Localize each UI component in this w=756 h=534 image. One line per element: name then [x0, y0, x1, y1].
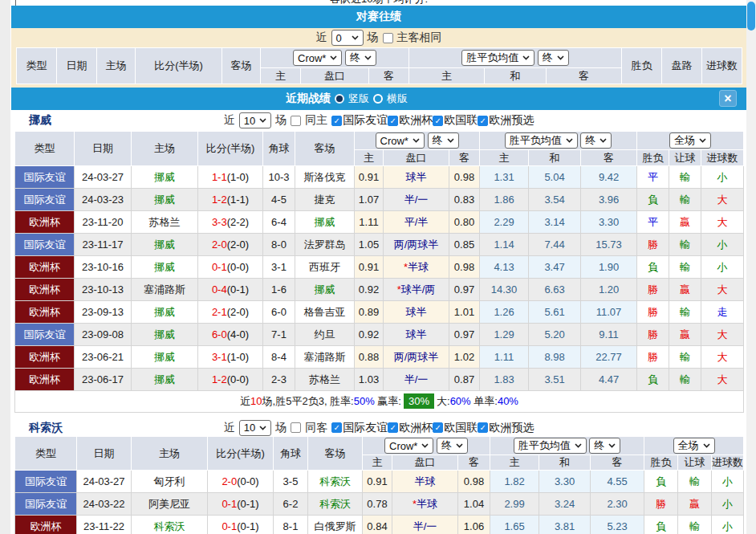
league-filter[interactable]: ✓国际友谊 — [331, 421, 388, 435]
match-row: 欧洲杯23-11-20苏格兰3-3(2-2)6-4挪威1.11平/半0.802.… — [15, 211, 744, 234]
final-select[interactable]: 终 — [437, 438, 468, 454]
company-select[interactable]: Crow* — [384, 438, 433, 454]
league-filter[interactable]: ✓欧洲杯 — [388, 421, 433, 435]
handicap: 平/半 — [384, 211, 449, 234]
away-team: 西班牙 — [295, 256, 355, 279]
final2-select[interactable]: 终 — [580, 132, 612, 149]
sub-home-odds: 主 — [363, 455, 392, 471]
popup-screen: 客队近10场平均评分: 对赛往绩 近 0 场 主客相同 — [0, 0, 756, 534]
section-gap — [11, 413, 746, 419]
home-odds: 0.91 — [355, 166, 384, 189]
odds-group: Crow* 终 — [363, 437, 490, 455]
avg-select[interactable]: 胜平负均值 — [514, 438, 587, 454]
close-button[interactable]: × — [719, 90, 737, 107]
h2h-final-select[interactable]: 终 — [345, 50, 376, 66]
h2h-near-select[interactable]: 0 — [331, 30, 364, 46]
h2h-title: 对赛往绩 — [356, 10, 401, 24]
home-team: 挪威 — [132, 256, 198, 279]
away-odds: 0.83 — [449, 189, 480, 211]
away-odds: 1.06 — [458, 516, 490, 534]
radio-vertical-label[interactable]: 竖版 — [348, 92, 369, 106]
norway-near-select[interactable]: 10 — [239, 112, 271, 128]
halftime-score: (0-0) — [227, 261, 249, 273]
same-home-checkbox[interactable] — [291, 116, 301, 126]
h2h-company-select[interactable]: Crow* — [293, 50, 342, 66]
league-filter[interactable]: ✓国际友谊 — [331, 113, 388, 128]
sub-handicap-result: 让球 — [669, 150, 701, 166]
col-home: 主场 — [132, 132, 198, 166]
match-date: 23-09-13 — [75, 301, 132, 324]
norway-table: 类型 日期 主场 比分(半场) 角球 客场 Crow* 终 胜平负均值 终 — [14, 131, 744, 413]
games-label: 场 — [275, 113, 287, 128]
result-goals: 大 — [701, 189, 744, 211]
radio-horizontal-label[interactable]: 横版 — [387, 92, 408, 106]
league-badge-label: 国际友谊 — [15, 166, 74, 188]
result-outcome: 勝 — [637, 324, 669, 346]
sub-winlose: 胜负 — [644, 455, 678, 471]
popup-content: 客队近10场平均评分: 对赛往绩 近 0 场 主客相同 — [11, 0, 746, 534]
handicap: 半/一 — [384, 369, 449, 391]
handicap-text: 半/一 — [404, 194, 429, 206]
close-icon: × — [724, 92, 731, 106]
chevron-down-icon — [557, 55, 564, 60]
avg-select[interactable]: 胜平负均值 — [505, 132, 578, 149]
match-row: 欧洲杯23-06-17挪威1-2(0-0)2-3苏格兰1.03半/一0.871.… — [15, 369, 744, 391]
avg-lose: 4.55 — [591, 471, 644, 493]
checkbox-checked-icon: ✓ — [433, 422, 443, 433]
kosovo-table: 类型 日期 主场 比分(半场) 角球 客场 Crow* 终 胜平负均值 终 — [14, 436, 744, 534]
final2-value: 终 — [585, 133, 595, 148]
near-label: 近 — [316, 31, 327, 45]
company-select[interactable]: Crow* — [376, 132, 425, 149]
sub-goals: 进球数 — [712, 455, 744, 471]
match-row: 国际友谊24-03-22阿美尼亚0-1(0-1)6-2科索沃0.78*半球1.0… — [15, 493, 744, 516]
league-filter[interactable]: ✓欧国联 — [433, 421, 478, 435]
checkbox-checked-icon: ✓ — [388, 422, 398, 433]
match-row: 欧洲杯23-06-21挪威3-1(1-0)8-4塞浦路斯0.88两/两球半1.0… — [15, 346, 744, 369]
result-outcome: 勝 — [637, 301, 669, 324]
radio-vertical-selected-icon[interactable] — [335, 94, 344, 104]
final-select[interactable]: 终 — [428, 132, 459, 149]
scrollbar-thumb[interactable] — [747, 2, 755, 31]
chevron-down-icon — [330, 55, 337, 60]
col-goals: 进球数 — [702, 48, 742, 84]
final2-select[interactable]: 终 — [589, 438, 620, 454]
sub-winlose: 胜负 — [637, 150, 669, 166]
summary-segment: 大: — [437, 395, 450, 407]
col-handicap-trend: 盘路 — [662, 48, 702, 84]
final-value: 终 — [441, 438, 452, 453]
avg-lose: 4.47 — [581, 369, 637, 391]
result-outcome: 平 — [637, 166, 669, 189]
chevron-down-icon — [456, 443, 463, 448]
league-filter[interactable]: ✓欧国联 — [433, 113, 478, 128]
h2h-final2-select[interactable]: 终 — [538, 50, 569, 66]
section-kosovo: 科索沃 近 10 场 同客 ✓国际友谊✓欧洲杯✓欧国联✓欧洲预选 — [11, 419, 746, 534]
same-home-away-checkbox[interactable] — [383, 33, 393, 43]
handicap: *半球 — [392, 493, 458, 516]
col-away: 客场 — [308, 437, 363, 471]
home-team: 挪威 — [132, 301, 198, 324]
chevron-down-icon — [421, 443, 429, 448]
summary-text: 近10场,胜5平2负3, 胜率:50% 赢率:30%大:60% 单率:40% — [15, 391, 744, 413]
league-filter[interactable]: ✓欧洲杯 — [388, 113, 433, 128]
corner-count: 10-3 — [263, 166, 295, 189]
scope-select[interactable]: 全场 — [669, 132, 711, 149]
league-filter[interactable]: ✓欧洲预选 — [478, 421, 534, 435]
league-badge-label: 欧洲杯 — [15, 301, 74, 323]
h2h-avg-select[interactable]: 胜平负均值 — [461, 50, 534, 66]
away-odds: 0.97 — [449, 279, 480, 301]
kosovo-near-select[interactable]: 10 — [239, 420, 271, 436]
radio-horizontal-icon[interactable] — [373, 94, 383, 104]
scope-select[interactable]: 全场 — [673, 438, 715, 454]
handicap-text: 球半 — [406, 328, 427, 340]
match-date: 23-10-16 — [75, 256, 132, 279]
col-home: 主场 — [97, 48, 136, 84]
league-filter[interactable]: ✓欧洲预选 — [478, 113, 534, 128]
halftime-score: (0-1) — [237, 498, 258, 510]
league-filter-label: 国际友谊 — [343, 113, 388, 128]
handicap-text: 半球 — [415, 475, 436, 487]
same-away-checkbox[interactable] — [291, 422, 301, 433]
scrollbar-track[interactable] — [746, 0, 756, 534]
handicap-text: 半球 — [417, 498, 437, 510]
company-value: Crow* — [380, 135, 408, 147]
norway-near-value: 10 — [244, 115, 255, 127]
